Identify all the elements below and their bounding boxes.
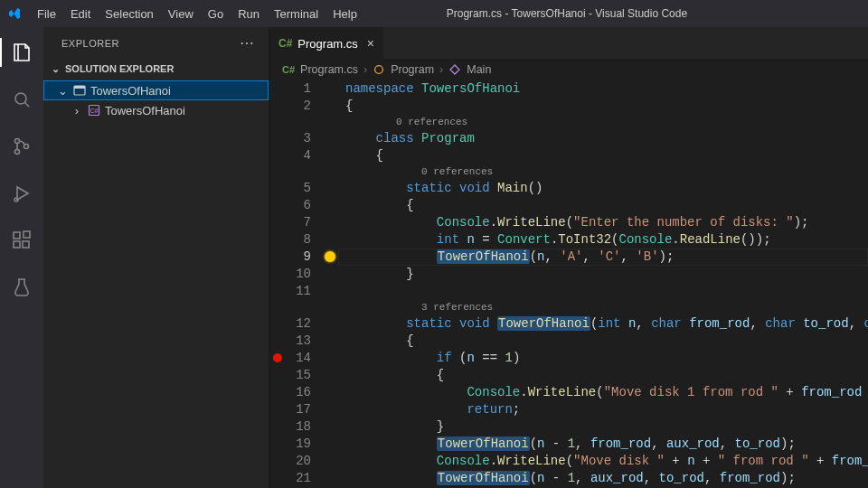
menu-item-file[interactable]: File <box>31 4 62 24</box>
line-number[interactable]: 17 <box>286 401 311 418</box>
tree-label: TowersOfHanoi <box>105 104 185 117</box>
code-line[interactable] <box>338 283 868 300</box>
activity-run-debug[interactable] <box>0 175 43 211</box>
breadcrumb-item[interactable]: Main <box>467 63 491 76</box>
code-line[interactable]: static void Main() <box>338 180 868 197</box>
class-icon <box>373 63 385 76</box>
window-title: Program.cs - TowersOfHanoi - Visual Stud… <box>363 7 770 20</box>
tree-row-solution[interactable]: ⌄ TowersOfHanoi <box>43 80 269 100</box>
breadcrumb-item[interactable]: Program <box>391 63 434 76</box>
svg-point-13 <box>375 66 383 74</box>
chevron-down-icon: ⌄ <box>49 63 61 75</box>
title-bar: FileEditSelectionViewGoRunTerminalHelp P… <box>0 0 868 27</box>
lightbulb-icon[interactable] <box>325 251 335 262</box>
svg-point-4 <box>14 198 18 202</box>
codelens[interactable]: 0 references <box>338 164 868 180</box>
csproj-icon: C# <box>87 103 101 117</box>
activity-source-control[interactable] <box>0 128 43 164</box>
svg-rect-6 <box>14 241 20 248</box>
svg-text:C#: C# <box>90 108 99 114</box>
svg-rect-7 <box>23 241 29 248</box>
activity-explorer[interactable] <box>0 34 43 70</box>
menu-item-selection[interactable]: Selection <box>99 4 159 24</box>
code-line[interactable]: { <box>338 197 868 214</box>
line-number[interactable]: 7 <box>286 214 311 231</box>
svg-rect-8 <box>24 231 30 238</box>
code-line[interactable]: } <box>338 418 868 436</box>
sidebar-section-header[interactable]: ⌄ SOLUTION EXPLORER <box>43 59 269 79</box>
line-number[interactable]: 12 <box>286 315 311 333</box>
sidebar-section-label: SOLUTION EXPLORER <box>65 63 174 74</box>
method-icon <box>448 63 461 76</box>
breadcrumb-item[interactable]: Program.cs <box>300 63 358 76</box>
code-line[interactable]: return; <box>338 401 868 418</box>
sidebar-header: EXPLORER ⋯ <box>43 27 269 59</box>
solution-tree: ⌄ TowersOfHanoi › C# TowersOfHanoi <box>43 79 269 122</box>
line-number[interactable]: 3 <box>286 130 311 147</box>
menu-item-run[interactable]: Run <box>231 4 266 24</box>
code-line[interactable]: if (n == 1) <box>338 350 868 367</box>
menu-item-edit[interactable]: Edit <box>64 4 97 24</box>
svg-rect-10 <box>74 86 85 89</box>
tab-program-cs[interactable]: C# Program.cs × <box>269 27 384 59</box>
line-number[interactable]: 21 <box>286 470 311 487</box>
sidebar-more-icon[interactable]: ⋯ <box>240 34 256 52</box>
line-number[interactable]: 9 <box>286 249 311 266</box>
code-line[interactable]: Console.WriteLine("Move disk 1 from rod … <box>338 384 868 401</box>
vscode-logo-icon <box>7 6 22 21</box>
menu-item-go[interactable]: Go <box>202 4 230 24</box>
code-line[interactable]: { <box>338 147 868 164</box>
line-number[interactable]: 4 <box>286 147 311 164</box>
code-line[interactable]: { <box>338 98 868 115</box>
code-line[interactable]: class Program <box>338 130 868 147</box>
close-icon[interactable]: × <box>367 36 374 51</box>
line-number[interactable]: 19 <box>286 436 311 453</box>
chevron-right-icon: › <box>363 63 367 76</box>
line-number[interactable]: 20 <box>286 453 311 470</box>
code-line[interactable]: TowerOfHanoi(n - 1, from_rod, aux_rod, t… <box>338 436 868 453</box>
activity-search[interactable] <box>0 81 43 117</box>
code-line[interactable]: { <box>338 333 868 350</box>
code-line[interactable]: TowerOfHanoi(n - 1, aux_rod, to_rod, fro… <box>338 470 868 487</box>
activity-testing[interactable] <box>0 269 43 305</box>
line-number[interactable]: 8 <box>286 231 311 249</box>
line-number[interactable]: 6 <box>286 197 311 214</box>
menu-item-view[interactable]: View <box>162 4 200 24</box>
line-number[interactable]: 5 <box>286 180 311 197</box>
activity-extensions[interactable] <box>0 222 43 258</box>
code-line[interactable]: Console.WriteLine("Move disk " + n + " f… <box>338 453 868 470</box>
code-line[interactable]: { <box>338 367 868 384</box>
code-line[interactable]: } <box>338 266 868 283</box>
solution-icon <box>72 83 87 98</box>
line-number[interactable]: 15 <box>286 367 311 384</box>
code-line[interactable]: Console.WriteLine("Enter the number of d… <box>338 214 868 231</box>
breadcrumbs[interactable]: C#Program.cs›Program›Main <box>269 59 868 80</box>
chevron-down-icon: ⌄ <box>56 84 69 98</box>
svg-point-2 <box>15 150 20 155</box>
line-number[interactable]: 13 <box>286 333 311 350</box>
chevron-right-icon: › <box>71 104 83 117</box>
line-number[interactable]: 10 <box>286 266 311 283</box>
breakpoint-icon[interactable] <box>273 353 282 362</box>
menu-item-help[interactable]: Help <box>326 4 363 24</box>
codelens[interactable]: 0 references <box>338 115 868 130</box>
tree-row-project[interactable]: › C# TowersOfHanoi <box>43 100 269 120</box>
editor-tabs: C# Program.cs × <box>269 27 868 59</box>
code-line[interactable]: namespace TowersOfHanoi <box>338 80 868 98</box>
line-number[interactable]: 18 <box>286 418 311 436</box>
line-number[interactable]: 2 <box>286 98 311 115</box>
code-line[interactable]: static void TowerOfHanoi(int n, char fro… <box>338 315 868 333</box>
csharp-file-icon: C# <box>278 37 292 50</box>
line-number[interactable]: 1 <box>286 80 311 98</box>
line-number[interactable]: 16 <box>286 384 311 401</box>
sidebar-title: EXPLORER <box>61 38 119 49</box>
svg-point-0 <box>15 93 26 104</box>
code-line[interactable]: TowerOfHanoi(n, 'A', 'C', 'B'); <box>338 249 868 266</box>
line-number[interactable]: 11 <box>286 283 311 300</box>
codelens[interactable]: 3 references <box>338 300 868 315</box>
code-line[interactable]: int n = Convert.ToInt32(Console.ReadLine… <box>338 231 868 249</box>
tab-label: Program.cs <box>297 37 357 51</box>
menu-item-terminal[interactable]: Terminal <box>268 4 325 24</box>
code-editor[interactable]: 123456789101112131415161718192021namespa… <box>269 80 868 488</box>
line-number[interactable]: 14 <box>286 350 311 367</box>
